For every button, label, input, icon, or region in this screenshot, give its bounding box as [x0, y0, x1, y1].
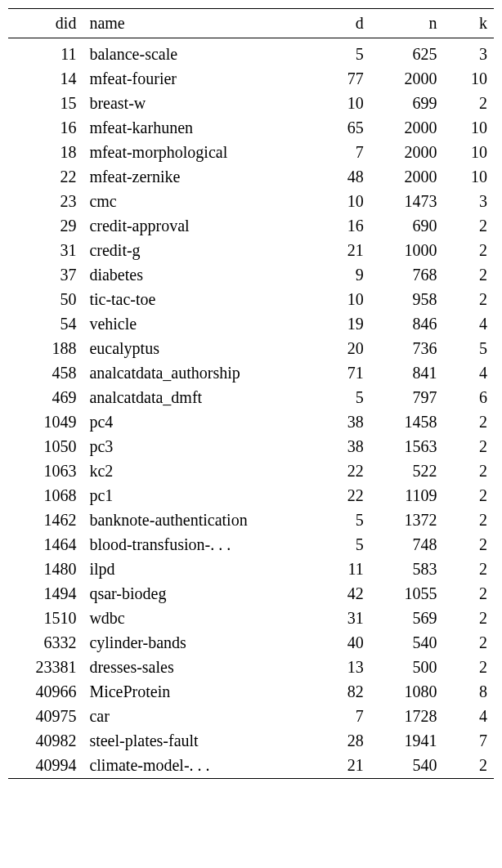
cell-n: 2000 [370, 165, 444, 190]
cell-name: cmc [83, 190, 312, 214]
cell-k: 5 [444, 337, 494, 361]
cell-k: 2 [444, 263, 494, 288]
header-k: k [444, 9, 494, 38]
cell-k: 2 [444, 606, 494, 631]
cell-name: mfeat-karhunen [83, 116, 312, 141]
cell-name: ilpd [83, 557, 312, 582]
cell-d: 5 [313, 38, 370, 67]
cell-n: 1080 [370, 680, 444, 705]
cell-k: 2 [444, 754, 494, 779]
cell-did: 31 [8, 239, 83, 263]
cell-did: 18 [8, 141, 83, 165]
cell-did: 11 [8, 38, 83, 67]
cell-did: 40994 [8, 754, 83, 779]
cell-n: 1458 [370, 410, 444, 435]
cell-name: credit-approval [83, 214, 312, 239]
table-row: 16mfeat-karhunen65200010 [8, 116, 494, 141]
header-row: did name d n k [8, 9, 494, 38]
cell-did: 1049 [8, 410, 83, 435]
cell-n: 1563 [370, 435, 444, 459]
cell-name: diabetes [83, 263, 312, 288]
cell-did: 1494 [8, 582, 83, 606]
cell-name: credit-g [83, 239, 312, 263]
cell-name: mfeat-fourier [83, 67, 312, 92]
cell-k: 7 [444, 729, 494, 754]
table-row: 1480ilpd115832 [8, 557, 494, 582]
cell-did: 6332 [8, 631, 83, 655]
cell-n: 1109 [370, 484, 444, 508]
table-row: 40966MiceProtein8210808 [8, 680, 494, 705]
cell-d: 10 [313, 92, 370, 116]
table-row: 31credit-g2110002 [8, 239, 494, 263]
cell-n: 1372 [370, 508, 444, 533]
table-row: 15breast-w106992 [8, 92, 494, 116]
cell-n: 958 [370, 288, 444, 312]
cell-name: qsar-biodeg [83, 582, 312, 606]
cell-k: 8 [444, 680, 494, 705]
cell-did: 40982 [8, 729, 83, 754]
cell-n: 583 [370, 557, 444, 582]
table-row: 1049pc43814582 [8, 410, 494, 435]
table-row: 40975car717284 [8, 705, 494, 729]
cell-d: 11 [313, 557, 370, 582]
header-name: name [83, 9, 312, 38]
cell-name: eucalyptus [83, 337, 312, 361]
cell-did: 458 [8, 361, 83, 386]
cell-d: 22 [313, 459, 370, 484]
table-row: 29credit-approval166902 [8, 214, 494, 239]
cell-n: 2000 [370, 141, 444, 165]
cell-n: 768 [370, 263, 444, 288]
cell-d: 13 [313, 655, 370, 680]
cell-k: 6 [444, 386, 494, 410]
cell-d: 5 [313, 386, 370, 410]
cell-name: kc2 [83, 459, 312, 484]
cell-did: 1050 [8, 435, 83, 459]
cell-n: 699 [370, 92, 444, 116]
cell-n: 1941 [370, 729, 444, 754]
cell-did: 23381 [8, 655, 83, 680]
cell-k: 10 [444, 165, 494, 190]
cell-d: 22 [313, 484, 370, 508]
cell-name: blood-transfusion-. . . [83, 533, 312, 557]
cell-k: 2 [444, 288, 494, 312]
cell-did: 15 [8, 92, 83, 116]
cell-did: 16 [8, 116, 83, 141]
cell-name: tic-tac-toe [83, 288, 312, 312]
table-row: 1068pc12211092 [8, 484, 494, 508]
table-body: 11balance-scale5625314mfeat-fourier77200… [8, 38, 494, 779]
cell-k: 2 [444, 508, 494, 533]
cell-n: 736 [370, 337, 444, 361]
cell-did: 54 [8, 312, 83, 337]
table-row: 11balance-scale56253 [8, 38, 494, 67]
header-n: n [370, 9, 444, 38]
table-row: 188eucalyptus207365 [8, 337, 494, 361]
cell-d: 40 [313, 631, 370, 655]
table-row: 18mfeat-morphological7200010 [8, 141, 494, 165]
header-d: d [313, 9, 370, 38]
cell-n: 500 [370, 655, 444, 680]
cell-k: 2 [444, 582, 494, 606]
cell-k: 2 [444, 410, 494, 435]
cell-d: 10 [313, 288, 370, 312]
cell-k: 3 [444, 38, 494, 67]
table-row: 6332cylinder-bands405402 [8, 631, 494, 655]
cell-name: pc1 [83, 484, 312, 508]
cell-did: 37 [8, 263, 83, 288]
table-row: 458analcatdata_authorship718414 [8, 361, 494, 386]
table-row: 1510wdbc315692 [8, 606, 494, 631]
cell-d: 7 [313, 705, 370, 729]
cell-k: 2 [444, 435, 494, 459]
cell-name: breast-w [83, 92, 312, 116]
cell-did: 29 [8, 214, 83, 239]
header-did: did [8, 9, 83, 38]
cell-n: 2000 [370, 67, 444, 92]
cell-name: analcatdata_authorship [83, 361, 312, 386]
cell-k: 2 [444, 631, 494, 655]
cell-k: 2 [444, 655, 494, 680]
cell-n: 846 [370, 312, 444, 337]
cell-d: 28 [313, 729, 370, 754]
cell-did: 40975 [8, 705, 83, 729]
cell-n: 1728 [370, 705, 444, 729]
cell-k: 2 [444, 557, 494, 582]
cell-did: 22 [8, 165, 83, 190]
